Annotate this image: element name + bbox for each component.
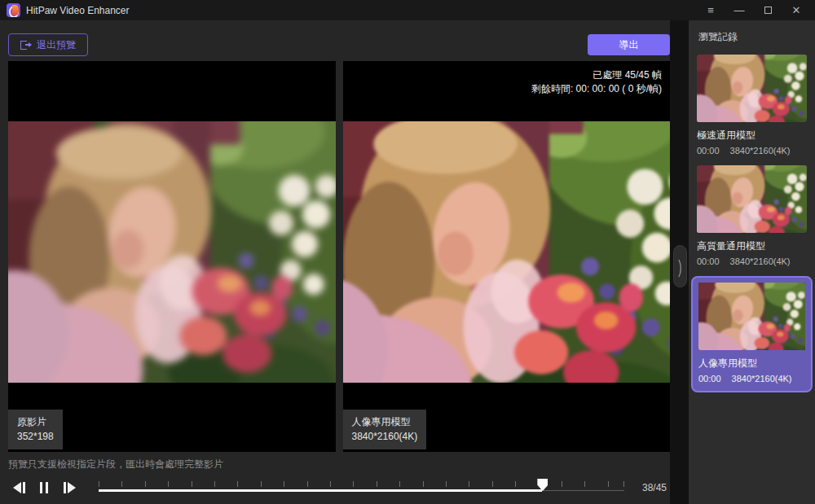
player-controls: 38/45 <box>10 473 667 502</box>
previous-frame-button[interactable] <box>10 479 28 497</box>
slider-fill <box>99 489 542 492</box>
processed-frames-text: 已處理 45/45 幀 <box>531 68 662 82</box>
enhanced-video-label: 人像專用模型 <box>352 414 418 430</box>
hitpaw-logo-icon <box>7 3 20 17</box>
history-item-resolution: 3840*2160(4K) <box>730 146 791 156</box>
main-area: 退出預覽 導出 原影片 352*198 已處理 45/45 <box>0 20 670 504</box>
enhanced-video-panel: 已處理 45/45 幀 剩餘時間: 00: 00: 00 ( 0 秒/幀) 人像… <box>343 61 671 452</box>
history-item-portrait-model[interactable]: 人像專用模型 00:00 3840*2160(4K) <box>691 276 813 392</box>
history-thumbnail <box>697 55 807 122</box>
history-header: 瀏覽記錄 <box>698 30 815 44</box>
history-item-time: 00:00 <box>697 256 720 266</box>
exit-preview-button[interactable]: 退出預覽 <box>8 33 88 56</box>
preview-panels: 原影片 352*198 已處理 45/45 幀 剩餘時間: 00: 00: 00… <box>8 61 670 452</box>
original-video-resolution: 352*198 <box>17 429 54 445</box>
next-frame-button[interactable] <box>60 479 78 497</box>
export-button[interactable]: 導出 <box>588 34 670 55</box>
maximize-icon[interactable] <box>757 2 778 19</box>
app-title: HitPaw Video Enhancer <box>26 5 130 16</box>
preview-note-text: 預覽只支援檢視指定片段，匯出時會處理完整影片 <box>8 458 223 471</box>
history-item-resolution: 3840*2160(4K) <box>732 374 792 383</box>
enhanced-video-label-chip: 人像專用模型 3840*2160(4K) <box>343 410 427 449</box>
history-item-fast-model[interactable]: 極速通用模型 00:00 3840*2160(4K) <box>697 55 807 156</box>
history-item-quality-model[interactable]: 高質量通用模型 00:00 3840*2160(4K) <box>697 165 807 266</box>
history-item-meta: 00:00 3840*2160(4K) <box>698 374 805 383</box>
original-video-panel: 原影片 352*198 <box>8 61 336 452</box>
history-item-time: 00:00 <box>698 374 721 383</box>
history-item-label: 人像專用模型 <box>698 357 805 370</box>
history-thumbnail <box>698 283 805 350</box>
title-bar: HitPaw Video Enhancer ≡ — ✕ <box>0 0 815 20</box>
history-item-resolution: 3840*2160(4K) <box>730 256 791 266</box>
window-controls: ≡ — ✕ <box>700 2 807 19</box>
enhanced-video-resolution: 3840*2160(4K) <box>352 429 418 445</box>
frame-counter: 38/45 <box>637 482 667 493</box>
app-window: HitPaw Video Enhancer ≡ — ✕ 退出預覽 導出 <box>0 0 815 504</box>
minimize-icon[interactable]: — <box>729 2 750 19</box>
original-video-label-chip: 原影片 352*198 <box>8 410 63 449</box>
original-video-label: 原影片 <box>17 414 54 430</box>
exit-preview-icon <box>20 40 31 50</box>
panel-divider: ) <box>670 20 689 504</box>
collapse-sidebar-button[interactable]: ) <box>673 245 687 287</box>
history-thumbnail <box>697 165 807 233</box>
next-frame-icon <box>64 482 66 493</box>
progress-slider[interactable] <box>99 479 624 497</box>
history-item-meta: 00:00 3840*2160(4K) <box>697 256 807 266</box>
processing-status-overlay: 已處理 45/45 幀 剩餘時間: 00: 00: 00 ( 0 秒/幀) <box>531 68 662 97</box>
pause-icon <box>40 482 42 493</box>
pause-button[interactable] <box>35 479 53 497</box>
original-video-frame <box>8 121 336 383</box>
close-icon[interactable]: ✕ <box>786 2 807 19</box>
history-item-label: 高質量通用模型 <box>697 239 807 253</box>
enhanced-video-frame <box>343 121 671 383</box>
history-sidebar: 瀏覽記錄 極速通用模型 00:00 3840*2160(4K) 高質量通用模型 … <box>689 20 815 504</box>
collapse-panel-icon: ) <box>678 256 681 277</box>
previous-frame-icon <box>13 482 21 493</box>
menu-icon[interactable]: ≡ <box>700 2 721 19</box>
history-item-meta: 00:00 3840*2160(4K) <box>697 146 807 156</box>
history-item-time: 00:00 <box>697 146 720 156</box>
remaining-time-text: 剩餘時間: 00: 00: 00 ( 0 秒/幀) <box>531 82 662 96</box>
exit-preview-label: 退出預覽 <box>37 38 76 52</box>
history-item-label: 極速通用模型 <box>697 129 807 142</box>
